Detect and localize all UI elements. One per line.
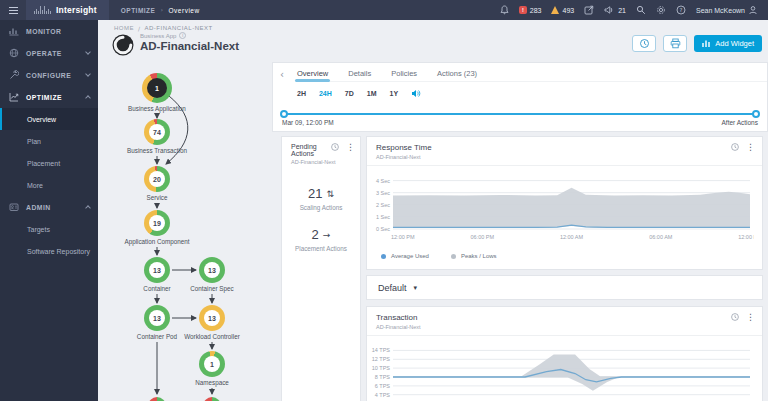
- range-2h[interactable]: 2H: [297, 90, 306, 97]
- node-label: Business Transaction: [127, 147, 187, 154]
- sidebar-item-admin[interactable]: ADMIN: [0, 196, 98, 218]
- topology-panel: 1Business Application74Business Transact…: [98, 60, 272, 401]
- response-time-subtitle: AD-Financial-Next: [376, 154, 754, 160]
- announcements-count: 21: [618, 7, 626, 14]
- tab-actions[interactable]: Actions (23): [437, 69, 477, 81]
- history-button[interactable]: [632, 35, 656, 52]
- sidebar-item-operate[interactable]: OPERATE: [0, 42, 98, 64]
- optimize-icon: [9, 92, 19, 102]
- range-24h[interactable]: 24H: [319, 90, 332, 97]
- clock-icon[interactable]: [731, 143, 739, 151]
- sidebar-item-label: OPERATE: [26, 50, 62, 57]
- node-count: 13: [149, 310, 165, 326]
- topology-node-business-application[interactable]: 1: [142, 73, 172, 103]
- topology-node-application-component[interactable]: 19: [144, 210, 170, 236]
- default-dropdown-label: Default: [378, 283, 407, 293]
- sidebar-item-optimize[interactable]: OPTIMIZE: [0, 86, 98, 108]
- warning-alarms[interactable]: 493: [551, 6, 574, 14]
- sidebar-item-software-repository[interactable]: Software Repository: [0, 240, 98, 262]
- range-7d[interactable]: 7D: [345, 90, 354, 97]
- range-1m[interactable]: 1M: [367, 90, 377, 97]
- svg-text:14 TPS: 14 TPS: [372, 347, 391, 353]
- topology-node-business-transaction[interactable]: 74: [144, 119, 170, 145]
- clock-icon[interactable]: [731, 313, 739, 321]
- sidebar-item-overview[interactable]: Overview: [0, 108, 98, 130]
- kebab-menu-icon[interactable]: ⋮: [746, 143, 755, 151]
- legend-peaks-lows[interactable]: Peaks / Lows: [451, 253, 497, 259]
- playback-speaker-icon[interactable]: [411, 89, 421, 98]
- header-breadcrumb: OPTIMIZE › Overview: [121, 6, 200, 14]
- range-1y[interactable]: 1Y: [389, 90, 398, 97]
- svg-text:06:00 PM: 06:00 PM: [471, 234, 495, 240]
- transaction-title: Transaction: [376, 313, 754, 322]
- svg-text:06:00 AM: 06:00 AM: [649, 234, 673, 240]
- app-type-label: Business App i: [140, 32, 186, 39]
- chevron-down-icon: [85, 49, 91, 55]
- topology-node-container[interactable]: 13: [144, 257, 170, 283]
- info-icon[interactable]: i: [179, 32, 186, 39]
- critical-alarms[interactable]: ! 283: [519, 6, 542, 14]
- sidebar-item-targets[interactable]: Targets: [0, 218, 98, 240]
- print-button[interactable]: [663, 35, 687, 52]
- chevron-up-icon: [85, 95, 91, 101]
- sidebar-item-monitor[interactable]: MONITOR: [0, 20, 98, 42]
- breadcrumb-section[interactable]: OPTIMIZE: [121, 7, 156, 14]
- collapse-left-icon[interactable]: ‹: [280, 69, 284, 81]
- monitor-icon: [9, 26, 19, 36]
- node-count: 13: [149, 262, 165, 278]
- sidebar-item-configure[interactable]: CONFIGURE: [0, 64, 98, 86]
- topology-node-workload-controller[interactable]: 13: [199, 305, 225, 331]
- pending-actions-subtitle: AD-Financial-Next: [291, 159, 352, 165]
- sidebar-item-plan[interactable]: Plan: [0, 130, 98, 152]
- svg-text:0 Sec: 0 Sec: [376, 226, 390, 232]
- svg-text:1 Sec: 1 Sec: [376, 214, 390, 220]
- widget-chart-icon: [702, 39, 711, 48]
- kebab-menu-icon[interactable]: ⋮: [746, 313, 755, 321]
- topology-node-container-spec[interactable]: 13: [199, 257, 225, 283]
- placement-actions-metric[interactable]: 2→ Placement Actions: [282, 227, 360, 252]
- user-name: Sean McKeown: [696, 7, 745, 14]
- chevron-down-icon: [85, 71, 91, 77]
- requests-icon[interactable]: [584, 5, 594, 15]
- hamburger-menu-icon[interactable]: [0, 0, 26, 20]
- svg-text:3 Sec: 3 Sec: [376, 190, 390, 196]
- tab-details[interactable]: Details: [348, 69, 371, 81]
- arrow-right-icon: →: [323, 230, 331, 240]
- slider-track[interactable]: [282, 113, 758, 115]
- settings-gear-icon[interactable]: [656, 5, 666, 15]
- slider-handle-end[interactable]: [752, 110, 760, 118]
- topology-node-service[interactable]: 20: [144, 166, 170, 192]
- tab-policies[interactable]: Policies: [391, 69, 417, 81]
- transaction-subtitle: AD-Financial-Next: [376, 324, 754, 330]
- kebab-menu-icon[interactable]: ⋮: [346, 143, 355, 151]
- tab-overview[interactable]: Overview: [297, 69, 328, 81]
- main-content: HOME / AD-FINANCIAL-NEXT Business App i …: [98, 20, 768, 401]
- topology-node-namespace[interactable]: 1: [199, 351, 225, 377]
- sidebar-subitem-label: Placement: [27, 160, 60, 167]
- notifications-bell-icon[interactable]: [500, 5, 509, 15]
- legend-average-used[interactable]: Average Used: [381, 253, 429, 259]
- sidebar-item-label: ADMIN: [26, 204, 51, 211]
- overview-panel: ‹ Overview Details Policies Actions (23)…: [272, 60, 768, 401]
- clock-icon[interactable]: [331, 143, 339, 151]
- node-label: Namespace: [195, 379, 229, 386]
- topology-node-container-pod[interactable]: 13: [144, 305, 170, 331]
- breadcrumb-home[interactable]: HOME: [114, 25, 134, 32]
- search-icon[interactable]: [636, 5, 646, 15]
- sidebar-subitem-label: Plan: [27, 138, 41, 145]
- svg-text:6 TPS: 6 TPS: [375, 383, 391, 389]
- scaling-actions-metric[interactable]: 21⇅ Scaling Actions: [282, 186, 360, 211]
- megaphone-icon: [604, 5, 615, 15]
- chevron-up-icon: [85, 205, 91, 211]
- help-icon[interactable]: ?: [676, 5, 686, 15]
- announcements[interactable]: 21: [604, 5, 626, 15]
- chart-legend: Average Used Peaks / Lows: [381, 253, 762, 259]
- node-label: Container Pod: [137, 333, 177, 340]
- user-menu[interactable]: Sean McKeown: [696, 5, 758, 15]
- add-widget-button[interactable]: Add Widget: [694, 35, 762, 52]
- node-count: 1: [147, 78, 167, 98]
- sidebar-item-more[interactable]: More: [0, 174, 98, 196]
- sidebar-item-placement[interactable]: Placement: [0, 152, 98, 174]
- default-dropdown[interactable]: Default ▾: [366, 275, 763, 300]
- slider-handle-start[interactable]: [280, 110, 288, 118]
